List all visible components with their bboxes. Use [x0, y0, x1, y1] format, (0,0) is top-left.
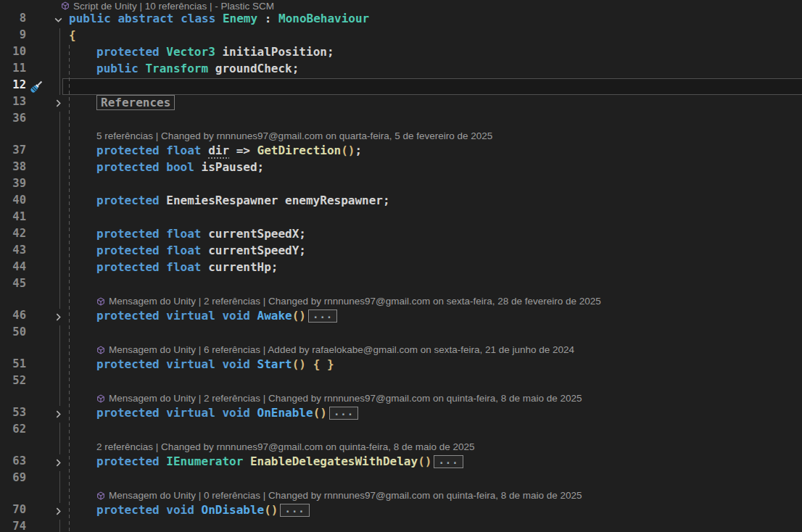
codelens-text[interactable]: Mensagem do Unity | 0 referências | Chan… [109, 490, 582, 501]
code-text[interactable] [65, 277, 802, 294]
code-text[interactable] [65, 325, 802, 342]
code-text[interactable]: public abstract class Enemy : MonoBehavi… [65, 12, 802, 28]
code-line-51[interactable]: 51protected virtual void Start() { } [0, 357, 802, 374]
line-number: 9 [0, 28, 26, 41]
references-region-box[interactable]: References [96, 95, 175, 110]
code-text[interactable]: public Transform groundCheck; [65, 62, 802, 78]
code-token: => [229, 144, 257, 157]
unity-cube-icon [96, 346, 105, 354]
code-line-46[interactable]: 46protected virtual void Awake()... [0, 309, 802, 325]
codelens-text[interactable]: Script de Unity | 10 referências | - Pla… [73, 1, 274, 12]
code-text[interactable]: protected float currentSpeedY; [65, 244, 802, 260]
code-text[interactable] [65, 374, 802, 391]
chevron-down-icon[interactable] [51, 12, 65, 28]
code-text[interactable]: protected float dir => GetDirection(); [65, 144, 802, 160]
line-number: 11 [0, 62, 26, 75]
code-text[interactable]: protected EnemiesRespawner enemyRespawne… [65, 194, 802, 210]
code-token: protected virtual void [96, 357, 257, 371]
code-token: protected void [96, 503, 202, 517]
code-line-11[interactable]: 11public Transform groundCheck; [0, 62, 802, 78]
code-token: EnemiesRespawner enemyRespawner [166, 194, 383, 207]
code-line-40[interactable]: 40protected EnemiesRespawner enemyRespaw… [0, 194, 802, 210]
code-line-69[interactable]: 69 [0, 471, 802, 488]
codelens-text[interactable]: 5 referências | Changed by rnnnunes97@gm… [96, 130, 492, 141]
code-token: EnableDelegatesWithDelay [250, 454, 418, 468]
code-text[interactable]: protected virtual void OnEnable()... [65, 406, 802, 423]
code-line-50[interactable]: 50 [0, 325, 802, 342]
line-number: 69 [0, 471, 26, 484]
chevron-right-icon[interactable] [51, 95, 65, 112]
code-line-70[interactable]: 70protected void OnDisable()... [0, 503, 802, 520]
collapsed-code-box[interactable]: ... [308, 309, 337, 323]
code-line-52[interactable]: 52 [0, 374, 802, 391]
codelens-text[interactable]: Mensagem do Unity | 2 referências | Chan… [109, 296, 601, 307]
code-text[interactable]: protected float currentHp; [65, 260, 802, 277]
chevron-right-icon[interactable] [51, 406, 65, 423]
code-token: ; [299, 244, 306, 257]
code-line-10[interactable]: 10protected Vector3 initialPosition; [0, 45, 802, 62]
code-text[interactable] [65, 210, 802, 227]
code-token: () [313, 406, 327, 420]
code-token [306, 357, 313, 371]
code-token: () [292, 357, 306, 371]
codelens-text[interactable]: Mensagem do Unity | 2 referências | Chan… [109, 393, 582, 404]
code-line-53[interactable]: 53protected virtual void OnEnable()... [0, 406, 802, 423]
code-text[interactable]: protected IEnumerator EnableDelegatesWit… [65, 454, 802, 471]
code-line-44[interactable]: 44protected float currentHp; [0, 260, 802, 277]
code-token: ; [383, 194, 390, 207]
codelens-content: Mensagem do Unity | 6 referências | Adde… [65, 342, 802, 357]
code-token: ; [299, 227, 306, 241]
code-line-8[interactable]: 8public abstract class Enemy : MonoBehav… [0, 12, 802, 28]
code-text[interactable]: protected Vector3 initialPosition; [65, 45, 802, 62]
line-number: 44 [0, 260, 26, 273]
codelens-row: Mensagem do Unity | 2 referências | Chan… [0, 294, 802, 309]
code-line-43[interactable]: 43protected float currentSpeedY; [0, 244, 802, 260]
code-line-63[interactable]: 63protected IEnumerator EnableDelegatesW… [0, 454, 802, 471]
code-line-45[interactable]: 45 [0, 277, 802, 294]
chevron-right-icon[interactable] [51, 454, 65, 471]
collapsed-code-box[interactable]: ... [280, 504, 309, 517]
code-line-39[interactable]: 39 [0, 177, 802, 194]
code-token: IEnumerator [166, 454, 243, 468]
code-text[interactable] [65, 423, 802, 439]
code-line-38[interactable]: 38protected bool isPaused; [0, 160, 802, 177]
code-text[interactable]: References [65, 95, 802, 112]
chevron-right-icon[interactable] [51, 309, 65, 325]
code-text[interactable] [65, 112, 802, 128]
code-text[interactable]: protected virtual void Awake()... [65, 309, 802, 325]
codelens-text[interactable]: 2 referências | Changed by rnnnunes97@gm… [96, 441, 475, 452]
code-text[interactable]: { [65, 28, 802, 45]
code-text[interactable] [65, 177, 802, 194]
code-text[interactable] [65, 520, 802, 532]
code-text[interactable]: protected float currentSpeedX; [65, 227, 802, 244]
code-line-62[interactable]: 62 [0, 423, 802, 439]
codelens-text[interactable]: Mensagem do Unity | 6 referências | Adde… [109, 344, 574, 355]
quick-actions-screwdriver-icon[interactable] [28, 79, 44, 95]
code-text[interactable] [65, 471, 802, 488]
code-token: OnDisable [202, 503, 265, 517]
code-line-41[interactable]: 41 [0, 210, 802, 227]
code-text[interactable] [65, 78, 802, 95]
code-token: protected [96, 45, 166, 59]
code-line-37[interactable]: 37protected float dir => GetDirection(); [0, 144, 802, 160]
chevron-right-icon[interactable] [51, 503, 65, 520]
code-text[interactable]: protected virtual void Start() { } [65, 357, 802, 374]
code-line-9[interactable]: 9{ [0, 28, 802, 45]
code-line-36[interactable]: 36 [0, 112, 802, 128]
code-editor-pane[interactable]: Script de Unity | 10 referências | - Pla… [0, 0, 802, 532]
codelens-row: 2 referências | Changed by rnnnunes97@gm… [0, 439, 802, 454]
code-text[interactable]: protected void OnDisable()... [65, 503, 802, 520]
code-token: groundCheck [208, 62, 292, 75]
code-token: ; [271, 260, 278, 274]
collapsed-code-box[interactable]: ... [329, 407, 358, 420]
code-line-12[interactable]: 12 [0, 78, 802, 95]
code-text[interactable]: protected bool isPaused; [65, 160, 802, 177]
collapsed-code-box[interactable]: ... [434, 455, 463, 468]
code-line-74[interactable]: 74 [0, 520, 802, 532]
code-line-13[interactable]: 13References [0, 95, 802, 112]
code-token: ; [257, 160, 265, 174]
code-token: protected bool [96, 160, 202, 174]
line-number: 40 [0, 194, 26, 207]
code-token: { [69, 28, 76, 42]
code-line-42[interactable]: 42protected float currentSpeedX; [0, 227, 802, 244]
